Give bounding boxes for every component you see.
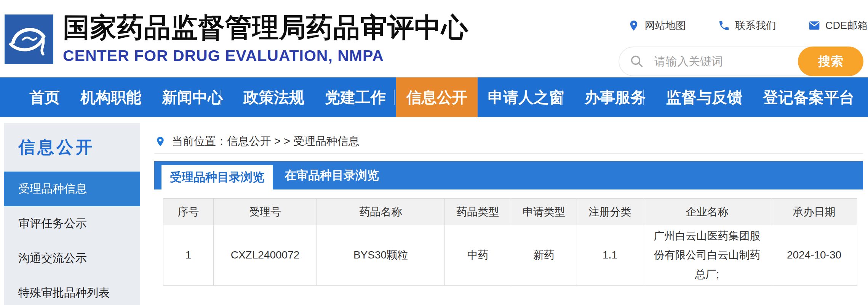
table-header-cell: 企业名称: [643, 199, 771, 225]
sidebar-menu: 受理品种信息 审评任务公示 沟通交流公示 特殊审批品种列表: [4, 172, 140, 305]
nav-item[interactable]: 监督与反馈: [656, 77, 753, 117]
nav-item[interactable]: 党建工作: [315, 77, 396, 117]
sitemap-link[interactable]: 网站地图: [628, 19, 686, 32]
results-table: 序号受理号药品名称药品类型申请类型注册分类企业名称承办日期 1CXZL24000…: [163, 198, 857, 286]
table-header-cell: 序号: [163, 199, 214, 225]
breadcrumb: 当前位置：信息公开 > > 受理品种信息: [155, 131, 360, 152]
nav-item-label: 机构职能: [80, 87, 141, 108]
nav-item-label: 办事服务: [585, 87, 646, 108]
table-header-cell: 药品类型: [445, 199, 511, 225]
table-cell: 2024-10-30: [771, 225, 857, 286]
table-cell: 广州白云山医药集团股份有限公司白云山制药总厂;: [643, 225, 771, 286]
sidebar-item[interactable]: 沟通交流公示: [4, 241, 140, 276]
search-button[interactable]: 搜索: [798, 47, 863, 76]
sidebar-item-label: 受理品种信息: [18, 181, 87, 197]
site-title-block: 国家药品监督管理局药品审评中心 CENTER FOR DRUG EVALUATI…: [63, 13, 468, 65]
content-tabbar: 受理品种目录浏览 在审品种目录浏览: [154, 161, 863, 189]
header-quick-links: 网站地图 联系我们 CDE邮箱: [628, 15, 868, 36]
nav-item[interactable]: 登记备案平台: [753, 77, 865, 117]
table-cell: BYS30颗粒: [317, 225, 445, 286]
table-header-cell: 药品名称: [317, 199, 445, 225]
nav-item-label: 首页: [29, 87, 60, 108]
nav-item-label: 党建工作: [325, 87, 386, 108]
sidebar-title: 信息公开: [4, 123, 140, 172]
breadcrumb-pin-icon: [155, 135, 166, 148]
sidebar-item[interactable]: 审评任务公示: [4, 206, 140, 241]
sitemap-link-label: 网站地图: [645, 19, 686, 32]
nav-item-label: 监督与反馈: [666, 87, 742, 108]
table-header-row: 序号受理号药品名称药品类型申请类型注册分类企业名称承办日期: [163, 199, 857, 225]
table-header-cell: 受理号: [214, 199, 317, 225]
table-row: 1CXZL2400072BYS30颗粒中药新药1.1广州白云山医药集团股份有限公…: [163, 225, 857, 286]
sidebar-item-label: 特殊审批品种列表: [18, 285, 110, 301]
nav-item-label: 信息公开: [406, 87, 467, 108]
breadcrumb-divider: [154, 153, 863, 154]
table-cell: 1.1: [577, 225, 643, 286]
tab-under-review-catalog[interactable]: 在审品种目录浏览: [273, 161, 391, 189]
nav-item-label: 申请人之窗: [488, 87, 564, 108]
tab-accepted-catalog[interactable]: 受理品种目录浏览: [161, 165, 273, 189]
table-cell: 新药: [511, 225, 577, 286]
table-header-cell: 申请类型: [511, 199, 577, 225]
sidebar-item[interactable]: 受理品种信息: [4, 172, 140, 206]
table-body: 1CXZL2400072BYS30颗粒中药新药1.1广州白云山医药集团股份有限公…: [163, 225, 857, 286]
phone-icon: [718, 19, 730, 32]
table-cell: CXZL2400072: [214, 225, 317, 286]
table-header-cell: 注册分类: [577, 199, 643, 225]
location-pin-icon: [628, 19, 640, 32]
contact-link-label: 联系我们: [735, 19, 776, 32]
table-header-cell: 承办日期: [771, 199, 857, 225]
site-title-chinese: 国家药品监督管理局药品审评中心: [63, 13, 468, 42]
nav-item[interactable]: 信息公开: [396, 77, 478, 117]
cde-logo[interactable]: [5, 14, 53, 64]
nav-item[interactable]: 首页: [19, 77, 70, 117]
main-nav: 首页 机构职能 新闻中心 政策法规 党建工作 信息公开 申请人之窗 办事服务 监…: [0, 77, 868, 117]
nav-item-label: 登记备案平台: [763, 87, 854, 108]
fish-logo-icon: [5, 14, 53, 64]
cde-mail-link[interactable]: CDE邮箱: [808, 19, 868, 32]
table-cell: 中药: [445, 225, 511, 286]
sidebar-item[interactable]: 特殊审批品种列表: [4, 276, 140, 305]
mail-icon: [808, 19, 820, 32]
search-bar: 搜索: [619, 47, 863, 76]
site-title-english: CENTER FOR DRUG EVALUATION, NMPA: [63, 47, 468, 65]
sidebar-item-label: 沟通交流公示: [18, 250, 87, 266]
contact-link[interactable]: 联系我们: [718, 19, 776, 32]
nav-item-label: 新闻中心: [162, 87, 223, 108]
cde-mail-link-label: CDE邮箱: [825, 19, 868, 32]
nav-item[interactable]: 申请人之窗: [478, 77, 574, 117]
nav-item-label: 政策法规: [243, 87, 304, 108]
table-cell: 1: [163, 225, 214, 286]
sidebar-item-label: 审评任务公示: [18, 216, 87, 231]
sidebar: 信息公开 受理品种信息 审评任务公示 沟通交流公示 特殊审批品种列表: [4, 123, 140, 305]
breadcrumb-label[interactable]: 当前位置：信息公开 > > 受理品种信息: [172, 134, 360, 149]
